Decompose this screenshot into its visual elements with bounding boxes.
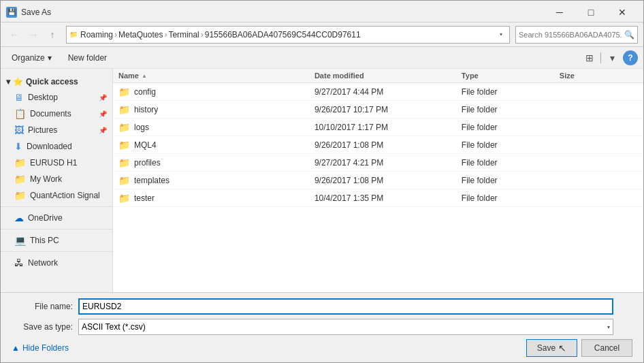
mywork-folder-icon: 📁 <box>14 174 26 185</box>
filename-input[interactable] <box>78 298 613 315</box>
address-toolbar: ← → ↑ 📁 Roaming › MetaQuotes › Terminal … <box>1 22 643 47</box>
file-type: File folder <box>462 158 560 168</box>
eurusd-folder-icon: 📁 <box>14 157 26 168</box>
organize-chevron-icon: ▾ <box>48 53 52 63</box>
address-dropdown-button[interactable]: ▾ <box>496 27 506 43</box>
cancel-button[interactable]: Cancel <box>581 339 632 357</box>
search-bar[interactable]: 🔍 <box>515 26 638 44</box>
file-date: 9/26/2017 1:08 PM <box>315 140 462 150</box>
desktop-pin-icon: 📌 <box>99 94 107 101</box>
up-button[interactable]: ↑ <box>44 27 61 43</box>
file-type: File folder <box>462 176 560 185</box>
breadcrumb-guid[interactable]: 915566BA06ADA407569C544CC0D97611 <box>205 30 361 40</box>
filename-label: File name: <box>12 302 73 311</box>
organize-button[interactable]: Organize ▾ <box>6 51 57 65</box>
table-row[interactable]: 📁 profiles 9/27/2017 4:21 PM File folder <box>113 154 643 172</box>
address-bar[interactable]: 📁 Roaming › MetaQuotes › Terminal › 9155… <box>66 26 510 44</box>
sidebar-pictures-label: Pictures <box>28 125 57 135</box>
pictures-folder-icon: 🖼 <box>14 125 24 136</box>
minimize-button[interactable]: ─ <box>544 3 575 21</box>
sidebar-item-onedrive[interactable]: ☁ OneDrive <box>1 210 112 226</box>
pictures-pin-icon: 📌 <box>99 127 107 134</box>
maximize-button[interactable]: □ <box>575 3 607 21</box>
folder-icon: 📁 <box>118 175 130 186</box>
window-title: Save As <box>21 7 51 17</box>
sidebar-item-mywork[interactable]: 📁 My Work <box>1 171 112 187</box>
filename-row: File name: <box>12 298 632 315</box>
new-folder-button[interactable]: New folder <box>63 51 112 65</box>
search-icon: 🔍 <box>624 30 634 40</box>
file-date: 9/26/2017 10:17 PM <box>315 105 462 114</box>
sidebar-network-label: Network <box>28 258 58 268</box>
sidebar-eurusd-label: EURUSD H1 <box>30 158 77 168</box>
file-list-area: Name ▲ Date modified Type Size 📁 config … <box>113 69 643 292</box>
file-name: MQL4 <box>134 140 157 150</box>
close-button[interactable]: ✕ <box>607 3 638 21</box>
save-label: Save <box>537 343 556 353</box>
cancel-label: Cancel <box>594 343 619 353</box>
window-controls: ─ □ ✕ <box>544 3 638 21</box>
col-header-size[interactable]: Size <box>560 72 638 80</box>
file-type: File folder <box>462 87 560 97</box>
documents-folder-icon: 📋 <box>14 108 26 119</box>
back-button[interactable]: ← <box>6 27 22 43</box>
filetype-value: ASCII Text (*.csv) <box>82 322 146 332</box>
sidebar-item-pictures[interactable]: 🖼 Pictures 📌 <box>1 122 112 138</box>
desktop-folder-icon: 🖥 <box>14 92 24 103</box>
file-date: 9/27/2017 4:21 PM <box>315 158 462 168</box>
breadcrumb-metaquotes[interactable]: MetaQuotes <box>118 30 163 40</box>
file-name: tester <box>134 193 155 203</box>
col-header-name[interactable]: Name ▲ <box>118 72 315 80</box>
col-header-type[interactable]: Type <box>462 72 560 80</box>
search-input[interactable] <box>519 31 622 39</box>
sidebar-item-documents[interactable]: 📋 Documents 📌 <box>1 106 112 122</box>
save-button[interactable]: Save ↖ <box>526 339 577 357</box>
breadcrumb-terminal[interactable]: Terminal <box>168 30 199 40</box>
help-button[interactable]: ? <box>623 50 638 65</box>
col-header-date[interactable]: Date modified <box>315 72 462 80</box>
sidebar-item-thispc[interactable]: 💻 This PC <box>1 232 112 249</box>
view-toggle-icon[interactable]: ⊞ <box>581 50 598 66</box>
file-type: File folder <box>462 193 560 203</box>
breadcrumb-roaming[interactable]: Roaming <box>80 30 113 40</box>
bottom-actions: ▲ Hide Folders Save ↖ Cancel <box>12 339 632 357</box>
table-row[interactable]: 📁 config 9/27/2017 4:44 PM File folder <box>113 83 643 101</box>
window-icon: 💾 <box>6 7 17 18</box>
hide-folders-label: Hide Folders <box>22 343 69 353</box>
hide-folders-button[interactable]: ▲ Hide Folders <box>12 343 69 353</box>
table-row[interactable]: 📁 templates 9/26/2017 1:08 PM File folde… <box>113 172 643 189</box>
address-folder-icon: 📁 <box>69 31 78 38</box>
filetype-dropdown-icon: ▾ <box>607 324 610 330</box>
file-date: 10/4/2017 1:35 PM <box>315 193 462 203</box>
filetype-label: Save as type: <box>12 322 73 332</box>
sidebar-divider-1 <box>1 206 112 207</box>
filetype-row: Save as type: ASCII Text (*.csv) ▾ <box>12 319 632 335</box>
quick-access-label: Quick access <box>26 77 78 86</box>
file-date: 9/27/2017 4:44 PM <box>315 87 462 97</box>
sidebar-item-quantaction[interactable]: 📁 QuantAction Signal <box>1 187 112 204</box>
sidebar-mywork-label: My Work <box>30 174 62 184</box>
title-bar-left: 💾 Save As <box>6 7 51 18</box>
action-bar-right: ⊞ ▾ ? <box>581 50 638 66</box>
view-options-icon[interactable]: ▾ <box>604 50 620 66</box>
sidebar-item-desktop[interactable]: 🖥 Desktop 📌 <box>1 89 112 106</box>
filetype-select[interactable]: ASCII Text (*.csv) ▾ <box>78 319 613 335</box>
table-row[interactable]: 📁 logs 10/10/2017 1:17 PM File folder <box>113 119 643 136</box>
forward-button[interactable]: → <box>25 27 42 43</box>
sidebar-item-downloaded[interactable]: ⬇ Downloaded <box>1 138 112 155</box>
table-row[interactable]: 📁 MQL4 9/26/2017 1:08 PM File folder <box>113 136 643 154</box>
sort-arrow-icon: ▲ <box>142 73 147 79</box>
file-type: File folder <box>462 105 560 114</box>
sidebar-documents-label: Documents <box>30 109 71 119</box>
help-label: ? <box>628 53 632 63</box>
table-row[interactable]: 📁 history 9/26/2017 10:17 PM File folder <box>113 101 643 119</box>
folder-icon: 📁 <box>118 193 130 204</box>
organize-label: Organize <box>12 53 45 63</box>
sidebar-item-network[interactable]: 🖧 Network <box>1 255 112 271</box>
table-row[interactable]: 📁 tester 10/4/2017 1:35 PM File folder <box>113 189 643 207</box>
sidebar-item-eurusd[interactable]: 📁 EURUSD H1 <box>1 155 112 171</box>
folder-icon: 📁 <box>118 122 130 133</box>
sidebar-downloaded-label: Downloaded <box>27 142 72 151</box>
sidebar-quick-access-header[interactable]: ▾ ⭐ Quick access <box>1 74 112 89</box>
documents-pin-icon: 📌 <box>99 110 107 118</box>
